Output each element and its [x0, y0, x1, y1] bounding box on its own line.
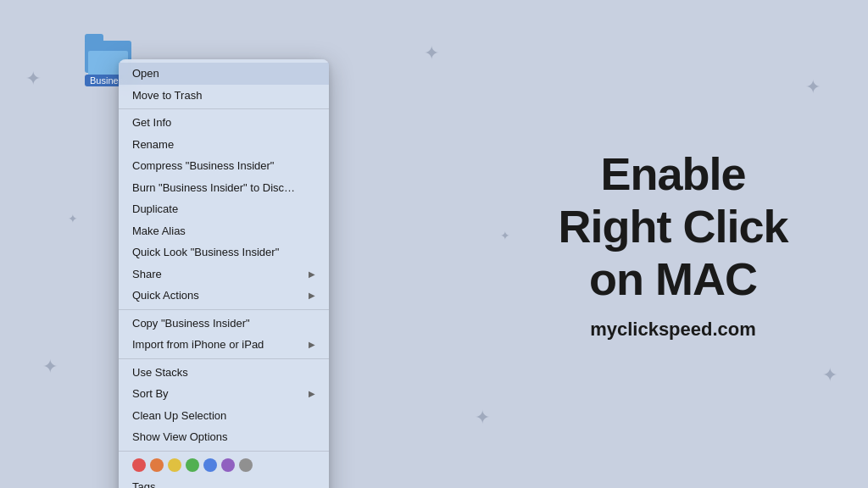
menu-item-import[interactable]: Import from iPhone or iPad ▶ [119, 334, 329, 356]
divider-4 [119, 451, 329, 452]
sort-by-arrow-icon: ▶ [309, 387, 315, 400]
sparkle-4: ✦ [475, 407, 490, 429]
quick-actions-arrow-icon: ▶ [309, 289, 315, 302]
menu-item-rename[interactable]: Rename [119, 134, 329, 156]
menu-item-open[interactable]: Open [119, 63, 329, 85]
divider-1 [119, 108, 329, 109]
right-panel: EnableRight Clickon MAC myclickspeed.com [512, 147, 834, 341]
menu-item-quick-actions[interactable]: Quick Actions ▶ [119, 285, 329, 307]
menu-item-sort-by[interactable]: Sort By ▶ [119, 383, 329, 405]
tag-purple[interactable] [221, 458, 235, 472]
tag-green[interactable] [186, 458, 199, 472]
website-label: myclickspeed.com [512, 319, 834, 341]
tag-yellow[interactable] [168, 458, 181, 472]
menu-item-burn[interactable]: Burn "Business Insider" to Disc… [119, 177, 329, 199]
menu-item-compress[interactable]: Compress "Business Insider" [119, 155, 329, 177]
tag-blue[interactable] [203, 458, 217, 472]
menu-item-tags[interactable]: Tags… [119, 476, 329, 489]
menu-item-share[interactable]: Share ▶ [119, 263, 329, 286]
context-menu: Open Move to Trash Get Info Rename Compr… [119, 59, 329, 488]
sparkle-5: ✦ [805, 76, 821, 98]
menu-item-get-info[interactable]: Get Info [119, 112, 329, 134]
color-tags-row [119, 454, 329, 476]
left-panel: Business Open Move to Trash Get Info Ren… [34, 25, 322, 458]
sparkle-6: ✦ [822, 364, 837, 386]
tag-gray[interactable] [239, 458, 253, 472]
tag-orange[interactable] [150, 458, 164, 472]
sparkle-3: ✦ [424, 42, 439, 64]
main-title: EnableRight Clickon MAC [512, 147, 834, 305]
import-arrow-icon: ▶ [309, 338, 315, 351]
share-arrow-icon: ▶ [309, 268, 315, 280]
divider-2 [119, 309, 329, 310]
menu-item-make-alias[interactable]: Make Alias [119, 220, 329, 242]
menu-item-clean-up[interactable]: Clean Up Selection [119, 405, 329, 427]
tag-red[interactable] [132, 458, 146, 472]
divider-3 [119, 358, 329, 359]
menu-item-copy[interactable]: Copy "Business Insider" [119, 313, 329, 335]
menu-item-move-to-trash[interactable]: Move to Trash [119, 85, 329, 107]
menu-item-use-stacks[interactable]: Use Stacks [119, 362, 329, 384]
menu-item-quick-look[interactable]: Quick Look "Business Insider" [119, 241, 329, 263]
menu-item-duplicate[interactable]: Duplicate [119, 198, 329, 220]
sparkle-8: ✦ [500, 229, 510, 242]
menu-item-show-view-options[interactable]: Show View Options [119, 426, 329, 448]
